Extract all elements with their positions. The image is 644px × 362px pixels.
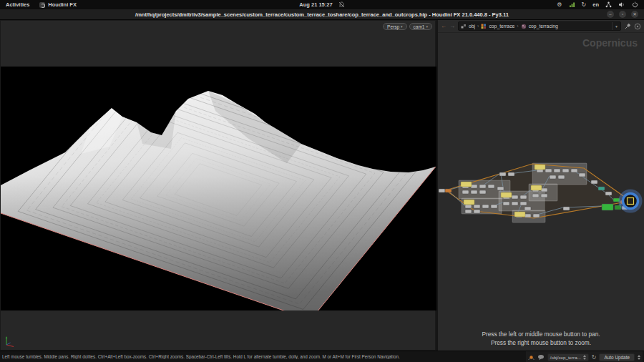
status-bar: Left mouse tumbles. Middle pans. Right d… xyxy=(0,351,644,362)
pin-icon[interactable] xyxy=(624,23,631,30)
node-path-spinner[interactable] xyxy=(583,355,586,360)
keyboard-layout-indicator[interactable]: en xyxy=(592,1,599,8)
refresh-icon[interactable]: ↻ xyxy=(592,354,597,361)
graph-node[interactable] xyxy=(479,190,486,194)
node-path-combo[interactable]: /obj/cop_terra... xyxy=(547,353,589,361)
cop-terracing-node-icon xyxy=(521,24,527,29)
breadcrumb-dropdown-button[interactable]: ▼ xyxy=(612,22,618,30)
graph-node[interactable] xyxy=(541,194,547,197)
graph-node[interactable] xyxy=(471,190,477,194)
breadcrumb-item-cop-terrace[interactable]: cop_terrace xyxy=(489,24,514,29)
netbox-title-tag[interactable] xyxy=(514,212,525,217)
gear-icon[interactable]: ⚙ xyxy=(557,1,562,8)
graph-node[interactable] xyxy=(508,172,514,176)
auto-update-spinner[interactable] xyxy=(638,355,640,360)
refresh-icon[interactable]: ↻ xyxy=(582,1,587,8)
camera-view-region[interactable] xyxy=(1,67,436,310)
minimize-button[interactable]: – xyxy=(607,11,614,18)
graph-node[interactable] xyxy=(512,202,518,205)
netbox-title-tag[interactable] xyxy=(535,165,545,170)
nav-forward-button[interactable]: → xyxy=(449,24,455,29)
graph-node[interactable] xyxy=(497,187,504,190)
netbox-title-tag[interactable] xyxy=(461,182,472,187)
graph-node[interactable] xyxy=(474,210,480,213)
view-type-label: Persp xyxy=(387,24,399,29)
graph-node[interactable] xyxy=(602,204,613,210)
window-title-bar: /mnt/hq/projects/dmitriiv3/sample_scenes… xyxy=(0,9,644,20)
network-signal-icon[interactable] xyxy=(569,1,575,8)
graph-node[interactable] xyxy=(465,210,472,213)
comment-bubble-icon[interactable] xyxy=(537,354,545,361)
nav-back-button[interactable]: ← xyxy=(441,24,447,29)
graph-node[interactable] xyxy=(520,195,527,199)
graph-node[interactable] xyxy=(605,192,612,195)
clock[interactable]: Aug 21 15:27 xyxy=(299,1,332,8)
scene-viewport[interactable]: Persp ▾ cam1 ▾ xyxy=(0,20,436,351)
graph-node[interactable] xyxy=(533,214,540,217)
camera-select-button[interactable]: cam1 ▾ xyxy=(409,23,432,30)
graph-node[interactable] xyxy=(479,185,486,188)
status-right-controls: /obj/cop_terra... ↻ Auto Update xyxy=(526,351,643,362)
axis-gizmo-icon xyxy=(3,334,17,348)
breadcrumb-item-obj[interactable]: obj xyxy=(469,24,475,29)
graph-node[interactable] xyxy=(474,205,480,208)
graph-node[interactable] xyxy=(550,175,556,179)
graph-node[interactable] xyxy=(512,195,518,199)
graph-node[interactable] xyxy=(465,205,472,208)
graph-node[interactable] xyxy=(462,190,469,194)
graph-node[interactable] xyxy=(571,169,577,172)
pane-hint: Press the left or middle mouse button to… xyxy=(438,330,644,347)
share-nodes-icon[interactable] xyxy=(605,1,612,8)
view-type-button[interactable]: Persp ▾ xyxy=(383,23,407,30)
graph-node[interactable] xyxy=(579,173,585,177)
graph-node[interactable] xyxy=(439,189,445,192)
node-path-value: /obj/cop_terra... xyxy=(550,355,581,360)
netbox-indicator-icon[interactable] xyxy=(528,354,535,361)
breadcrumb-item-cop-terracing[interactable]: cop_terracing xyxy=(529,24,558,29)
volume-icon[interactable] xyxy=(618,1,625,8)
graph-node[interactable] xyxy=(482,205,489,208)
maximize-button[interactable]: ▫ xyxy=(619,11,626,18)
graph-node[interactable] xyxy=(532,194,539,197)
graph-node[interactable] xyxy=(445,189,452,192)
graph-node[interactable] xyxy=(525,207,531,210)
graph-node[interactable] xyxy=(488,185,494,188)
terrain-render xyxy=(1,67,436,310)
graph-node[interactable] xyxy=(562,169,569,172)
graph-node[interactable] xyxy=(598,187,605,190)
activities-button[interactable]: Activities xyxy=(6,1,29,8)
notifications-off-icon xyxy=(338,1,345,8)
graph-node[interactable] xyxy=(591,180,597,184)
graph-node[interactable] xyxy=(554,169,560,172)
chevron-down-icon: ▾ xyxy=(401,24,403,29)
network-editor[interactable]: ← → obj › cop_terrace xyxy=(438,20,644,351)
node-graph[interactable] xyxy=(438,20,644,351)
graph-node[interactable] xyxy=(541,188,547,192)
houdini-app-icon xyxy=(39,2,45,8)
close-button[interactable]: ✕ xyxy=(631,11,638,18)
netbox-title-tag[interactable] xyxy=(464,200,474,205)
graph-node[interactable] xyxy=(499,172,506,176)
selected-output-node[interactable] xyxy=(628,198,634,205)
app-menu-label: Houdini FX xyxy=(48,1,77,8)
auto-update-label: Auto Update xyxy=(604,355,630,360)
graph-node[interactable] xyxy=(545,169,552,172)
context-watermark: Copernicus xyxy=(582,37,638,49)
graph-node[interactable] xyxy=(563,207,570,210)
graph-node[interactable] xyxy=(558,175,565,179)
graph-node[interactable] xyxy=(471,185,477,188)
network-toolbar: ← → obj › cop_terrace xyxy=(438,20,644,33)
graph-node[interactable] xyxy=(491,205,497,208)
radial-menu-icon[interactable] xyxy=(634,23,641,30)
breadcrumb[interactable]: obj › cop_terrace › cop_t xyxy=(458,21,621,31)
app-menu[interactable]: Houdini FX xyxy=(39,1,77,8)
breadcrumb-separator: › xyxy=(517,24,518,29)
graph-node[interactable] xyxy=(520,202,527,205)
graph-node[interactable] xyxy=(503,202,509,205)
auto-update-select[interactable]: Auto Update xyxy=(599,353,635,361)
status-help-text: Left mouse tumbles. Middle pans. Right d… xyxy=(0,354,400,359)
graph-node[interactable] xyxy=(525,214,531,217)
power-icon[interactable] xyxy=(632,1,638,8)
netbox-title-tag[interactable] xyxy=(501,192,512,197)
netbox-title-tag[interactable] xyxy=(531,185,542,190)
